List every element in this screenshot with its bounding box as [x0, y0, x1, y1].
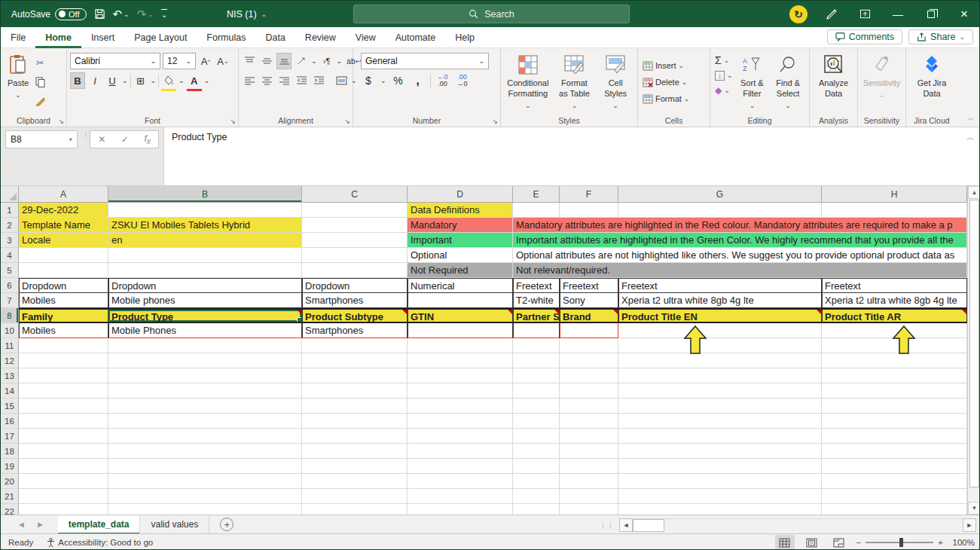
tab-help[interactable]: Help: [445, 27, 484, 48]
redo-button[interactable]: ↷⌄: [137, 8, 154, 21]
collapse-ribbon-button[interactable]: ︿: [967, 113, 975, 124]
grow-font-button[interactable]: A^: [198, 53, 213, 69]
cell-C3[interactable]: [302, 233, 408, 248]
get-jira-data-button[interactable]: Get Jira Data: [909, 51, 954, 102]
cell-C18[interactable]: [302, 444, 408, 459]
cell-H16[interactable]: [822, 414, 967, 429]
tab-data[interactable]: Data: [255, 27, 295, 48]
cell-D20[interactable]: [408, 474, 513, 489]
font-color-dropdown[interactable]: ⌄: [204, 77, 210, 84]
cell-C20[interactable]: [302, 474, 408, 489]
cell-styles-button[interactable]: Cell Styles⌄: [597, 51, 633, 113]
align-middle-icon[interactable]: [259, 53, 274, 69]
cell-G14[interactable]: [618, 383, 822, 399]
restore-button[interactable]: [914, 1, 948, 27]
normal-view-icon[interactable]: [775, 535, 795, 550]
cell-F8[interactable]: Brand: [560, 308, 618, 323]
decrease-indent-icon[interactable]: [294, 72, 309, 89]
row-header-10[interactable]: 10: [1, 323, 19, 338]
copy-icon[interactable]: [32, 74, 47, 90]
orientation-icon[interactable]: [294, 53, 309, 69]
yellow-up-arrow-product-title-en[interactable]: [682, 325, 709, 355]
formula-input[interactable]: Product Type ︿: [163, 127, 980, 185]
cell-G15[interactable]: [618, 399, 822, 414]
cell-A11[interactable]: [19, 338, 108, 353]
zoom-out-icon[interactable]: −: [856, 538, 862, 547]
tab-page-layout[interactable]: Page Layout: [124, 27, 197, 48]
cell-A13[interactable]: [19, 368, 108, 383]
cell-E19[interactable]: [513, 459, 560, 474]
cell-A18[interactable]: [19, 444, 108, 459]
font-color-icon[interactable]: A: [187, 72, 202, 89]
autosum-button[interactable]: Σ⌄: [713, 54, 734, 66]
cell-E16[interactable]: [513, 414, 560, 429]
pen-editor-icon[interactable]: [815, 1, 848, 27]
cell-E13[interactable]: [513, 368, 560, 383]
cell-E20[interactable]: [513, 474, 560, 489]
share-button[interactable]: Share ⌄: [908, 29, 973, 44]
format-as-table-button[interactable]: Format as Table⌄: [552, 51, 596, 113]
row-header-11[interactable]: 11: [1, 338, 19, 353]
tab-home[interactable]: Home: [35, 27, 81, 48]
cell-D3[interactable]: Important: [408, 233, 513, 248]
cell-G1[interactable]: [618, 203, 822, 218]
cell-C13[interactable]: [302, 368, 408, 383]
cell-A1[interactable]: 29-Dec-2022: [19, 203, 108, 218]
decrease-decimal-icon[interactable]: .00→0: [455, 72, 470, 89]
cell-B4[interactable]: [108, 248, 302, 263]
cell-B20[interactable]: [108, 474, 302, 489]
cell-A5[interactable]: [19, 263, 108, 278]
conditional-formatting-button[interactable]: Conditional Formatting⌄: [505, 51, 551, 113]
cell-B18[interactable]: [108, 444, 302, 459]
cell-B19[interactable]: [108, 459, 302, 474]
cell-E8[interactable]: Partner S: [513, 308, 560, 323]
hscroll-right-icon[interactable]: ►: [963, 518, 976, 532]
cell-F1[interactable]: [560, 203, 618, 218]
cell-F15[interactable]: [560, 399, 618, 414]
cell-H7[interactable]: Xperia t2 ultra white 8gb 4g lte: [822, 293, 967, 308]
cell-B1[interactable]: [108, 203, 302, 218]
fill-color-icon[interactable]: [161, 72, 176, 89]
cell-B14[interactable]: [108, 383, 302, 399]
cell-G8[interactable]: Product Title EN: [618, 308, 822, 323]
row-header-15[interactable]: 15: [1, 399, 19, 414]
cell-A17[interactable]: [19, 429, 108, 444]
cell-D14[interactable]: [408, 383, 513, 399]
cell-C10[interactable]: Smartphones: [302, 323, 408, 338]
cell-C7[interactable]: Smartphones: [302, 293, 408, 308]
underline-button[interactable]: U: [105, 72, 120, 89]
minimize-button[interactable]: —: [881, 1, 914, 27]
cell-C5[interactable]: [302, 263, 408, 278]
cell-A19[interactable]: [19, 459, 108, 474]
cell-E10[interactable]: [513, 323, 560, 338]
horizontal-scrollbar[interactable]: [633, 518, 963, 532]
sheet-nav-right-icon[interactable]: ►: [36, 520, 44, 529]
zoom-slider[interactable]: − +: [856, 538, 943, 547]
cell-E17[interactable]: [513, 429, 560, 444]
cell-H21[interactable]: [822, 489, 967, 504]
cell-B3[interactable]: en: [108, 233, 302, 248]
cell-C11[interactable]: [302, 338, 408, 353]
cell-H18[interactable]: [822, 444, 967, 459]
tab-view[interactable]: View: [346, 27, 386, 48]
cut-icon[interactable]: ✂: [32, 54, 47, 71]
cell-G22[interactable]: [618, 504, 822, 515]
cell-D7[interactable]: [408, 293, 513, 308]
row-header-14[interactable]: 14: [1, 383, 19, 399]
row-header-20[interactable]: 20: [1, 474, 19, 489]
row-header-1[interactable]: 1: [1, 203, 19, 218]
accounting-format-icon[interactable]: $: [361, 72, 376, 89]
cell-C17[interactable]: [302, 429, 408, 444]
column-header-F[interactable]: F: [560, 186, 618, 203]
cell-A6[interactable]: Dropdown: [19, 278, 108, 293]
cell-B11[interactable]: [108, 338, 302, 353]
cell-B5[interactable]: [108, 263, 302, 278]
ribbon-display-options-icon[interactable]: [848, 1, 881, 27]
cell-A8[interactable]: Family: [19, 308, 108, 323]
row-header-16[interactable]: 16: [1, 414, 19, 429]
cell-E15[interactable]: [513, 399, 560, 414]
fx-icon[interactable]: fx: [144, 133, 150, 145]
cell-G13[interactable]: [618, 368, 822, 383]
cell-D13[interactable]: [408, 368, 513, 383]
shrink-font-button[interactable]: A⌄: [215, 53, 230, 69]
